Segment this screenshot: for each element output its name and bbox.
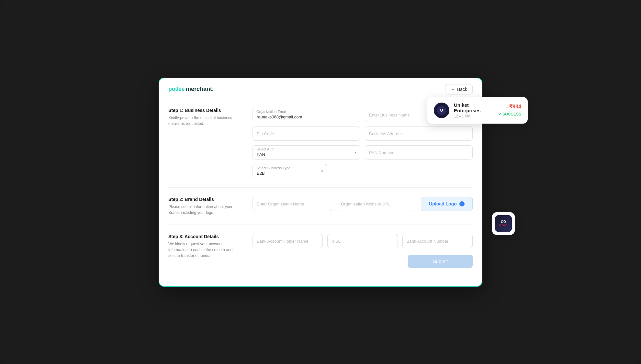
step2-fields: Upload Logo i: [253, 197, 473, 215]
org-website-field: [337, 197, 416, 211]
gofynd-fynd-text: FYND: [499, 224, 508, 227]
upload-logo-label: Upload Logo: [429, 201, 457, 206]
account-number-input[interactable]: [402, 234, 473, 248]
pan-number-input[interactable]: [365, 145, 473, 160]
step2-desc: Please submit information about your Bra…: [168, 204, 240, 215]
tx-company-name: Uniket Enterprises: [454, 102, 494, 113]
tx-time: 12:43 PM: [454, 114, 494, 118]
step2-row1: Upload Logo i: [253, 197, 473, 211]
account-holder-input[interactable]: [253, 234, 323, 248]
svg-text:U: U: [440, 108, 443, 113]
tx-avatar: U: [434, 103, 449, 118]
card-header: pōtlee merchant. ← Back: [159, 78, 482, 100]
step3-fields: Submit: [253, 234, 473, 268]
ifsc-input[interactable]: [327, 234, 398, 248]
org-name-input[interactable]: [253, 197, 332, 211]
step3-row1: [253, 234, 473, 248]
gofynd-card: GO FYND: [492, 212, 515, 235]
account-number-field: [402, 234, 473, 248]
info-icon: i: [459, 201, 465, 206]
step2-label-col: Step 2: Brand Details Please submit info…: [168, 197, 240, 215]
business-address-input[interactable]: [365, 127, 473, 141]
tx-amount: - ₹934: [498, 104, 521, 110]
org-name-field: [253, 197, 332, 211]
step1-row2: [253, 127, 473, 141]
select-auth-select[interactable]: PAN GSTIN: [253, 145, 360, 160]
step2-title: Step 2: Brand Details: [168, 197, 240, 202]
step3-label-col: Step 3: Account Details We kindly reques…: [168, 234, 240, 268]
transaction-card: U Uniket Enterprises 12:43 PM - ₹934 SUC…: [427, 97, 528, 124]
select-auth-field: Select Auth PAN GSTIN ▾: [253, 145, 360, 160]
gofynd-go-text: GO: [501, 220, 506, 224]
step3-desc: We kindly request your account informati…: [168, 241, 240, 259]
business-address-field: [365, 127, 473, 141]
submit-row: Submit: [253, 255, 473, 268]
gofynd-logo: GO FYND: [495, 215, 512, 232]
step1-desc: Kindly provide the essential business de…: [168, 115, 240, 127]
org-email-input[interactable]: [253, 108, 360, 122]
step2-section: Step 2: Brand Details Please submit info…: [168, 197, 473, 225]
tx-info: Uniket Enterprises 12:43 PM: [454, 102, 494, 118]
account-holder-field: [253, 234, 323, 248]
step1-row3: Select Auth PAN GSTIN ▾: [253, 145, 473, 160]
step1-row4: Select Business Type B2B B2C ▾: [253, 164, 473, 178]
logo-text: pōtlee: [168, 86, 185, 93]
step1-label-col: Step 1: Business Details Kindly provide …: [168, 108, 240, 178]
back-button[interactable]: ← Back: [445, 84, 473, 94]
logo-merchant: merchant.: [186, 86, 214, 93]
step1-title: Step 1: Business Details: [168, 108, 240, 113]
select-business-type-field: Select Business Type B2B B2C ▾: [253, 164, 327, 178]
tx-amount-col: - ₹934 SUCCESS: [498, 104, 521, 117]
back-label: Back: [457, 87, 467, 92]
card-body: Step 1: Business Details Kindly provide …: [159, 100, 482, 286]
step3-section: Step 3: Account Details We kindly reques…: [168, 234, 473, 277]
step1-section: Step 1: Business Details Kindly provide …: [168, 108, 473, 188]
upload-logo-button[interactable]: Upload Logo i: [421, 197, 473, 211]
pin-code-input[interactable]: [253, 127, 360, 141]
org-email-field: Organization Email: [253, 108, 360, 122]
logo: pōtlee merchant.: [168, 86, 214, 93]
step3-title: Step 3: Account Details: [168, 234, 240, 239]
pan-number-field: [365, 145, 473, 160]
pin-code-field: [253, 127, 360, 141]
org-website-input[interactable]: [337, 197, 416, 211]
back-arrow-icon: ←: [451, 87, 455, 92]
tx-status: SUCCESS: [498, 112, 521, 116]
ifsc-field: [327, 234, 398, 248]
submit-button[interactable]: Submit: [408, 255, 473, 268]
select-business-type-select[interactable]: B2B B2C: [253, 164, 327, 178]
